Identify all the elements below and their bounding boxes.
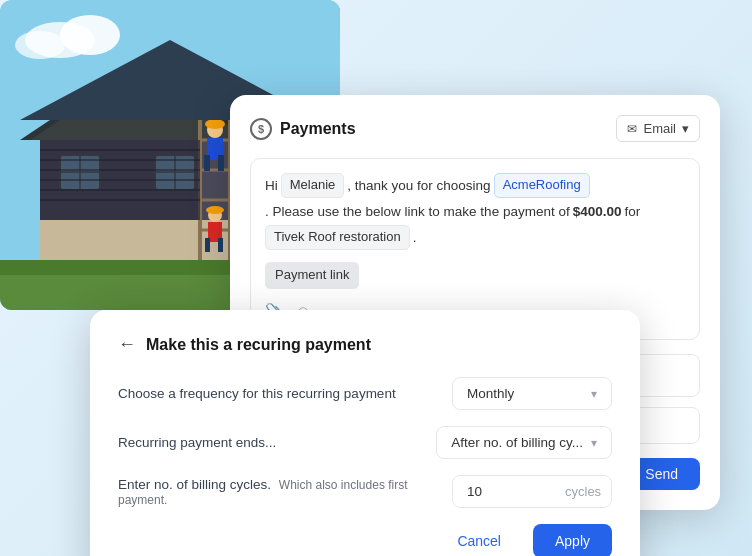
frequency-chevron-icon: ▾ [591, 387, 597, 401]
frequency-select[interactable]: Monthly ▾ [452, 377, 612, 410]
svg-point-28 [205, 119, 225, 129]
apply-button[interactable]: Apply [533, 524, 612, 556]
modal-header: $ Payments ✉ Email ▾ [250, 115, 700, 142]
greeting-text: Hi [265, 175, 278, 197]
svg-rect-9 [167, 63, 198, 71]
cycles-input[interactable] [453, 476, 553, 507]
frequency-value: Monthly [467, 386, 514, 401]
job-chip: Tivek Roof restoration [265, 225, 410, 250]
email-icon: ✉ [627, 122, 637, 136]
svg-rect-27 [218, 155, 224, 171]
cycles-field: cycles [452, 475, 612, 508]
ends-row: Recurring payment ends... After no. of b… [118, 426, 612, 459]
cycles-unit: cycles [553, 476, 612, 507]
email-chevron-icon: ▾ [682, 121, 689, 136]
text1: , thank you for choosing [347, 175, 490, 197]
amount-text: $400.00 [573, 201, 622, 223]
email-button[interactable]: ✉ Email ▾ [616, 115, 700, 142]
svg-point-33 [206, 206, 224, 214]
svg-rect-8 [170, 65, 195, 110]
cycles-row: Enter no. of billing cycles. Which also … [118, 475, 612, 508]
payment-link-button[interactable]: Payment link [265, 262, 359, 289]
frequency-row: Choose a frequency for this recurring pa… [118, 377, 612, 410]
email-label: Email [643, 121, 676, 136]
svg-point-2 [60, 15, 120, 55]
back-button[interactable]: ← [118, 334, 136, 355]
ends-select[interactable]: After no. of billing cy... ▾ [436, 426, 612, 459]
recurring-title: Make this a recuring payment [146, 336, 371, 354]
message-text: Hi Melanie , thank you for choosing Acme… [265, 173, 685, 250]
cycles-label: Enter no. of billing cycles. Which also … [118, 477, 452, 507]
dollar-icon: $ [250, 118, 272, 140]
recurring-modal: ← Make this a recuring payment Choose a … [90, 310, 640, 556]
modal-title: $ Payments [250, 118, 356, 140]
svg-rect-32 [218, 238, 223, 252]
ends-label: Recurring payment ends... [118, 435, 276, 450]
frequency-label: Choose a frequency for this recurring pa… [118, 386, 396, 401]
text4: . [413, 227, 417, 249]
recurring-header: ← Make this a recuring payment [118, 334, 612, 355]
cancel-button[interactable]: Cancel [437, 524, 521, 556]
brand-chip: AcmeRoofing [494, 173, 590, 198]
payments-title: Payments [280, 120, 356, 138]
ends-chevron-icon: ▾ [591, 436, 597, 450]
svg-rect-26 [204, 155, 210, 171]
name-chip: Melanie [281, 173, 345, 198]
recurring-actions: Cancel Apply [118, 524, 612, 556]
text2: . Please use the below link to make the … [265, 201, 570, 223]
svg-point-3 [15, 31, 65, 59]
text3: for [625, 201, 641, 223]
svg-rect-31 [205, 238, 210, 252]
ends-value: After no. of billing cy... [451, 435, 583, 450]
